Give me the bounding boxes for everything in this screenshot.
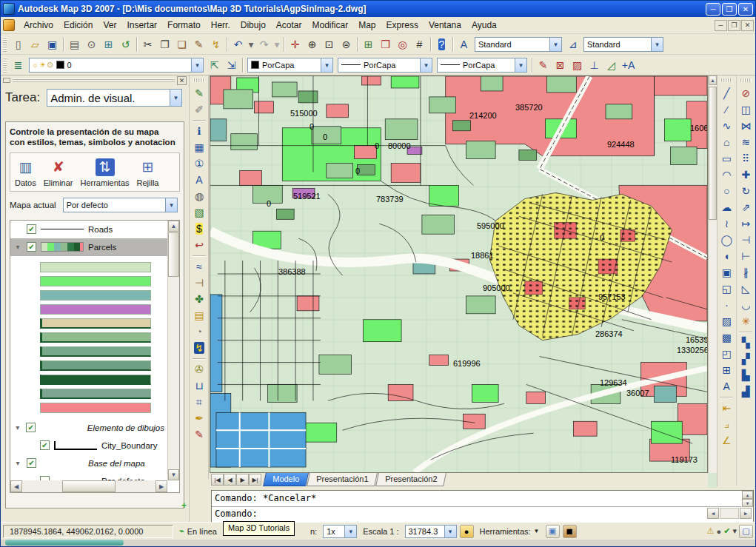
annotation-warning-icon[interactable]: ⚠	[707, 526, 715, 536]
pane-drag-rail[interactable]	[13, 78, 175, 83]
undo-options-arrow[interactable]: ▾	[247, 36, 255, 53]
menu-item[interactable]: Ventana	[424, 18, 466, 33]
ellipse-arc-icon[interactable]: ◖	[718, 248, 735, 264]
escala-combo[interactable]: 31784.3	[405, 525, 457, 538]
clean-screen-icon[interactable]: ▢	[739, 525, 753, 538]
publish-icon[interactable]: ⊞	[100, 36, 117, 53]
combo-arrow-icon[interactable]	[651, 38, 663, 51]
lineweight-combo[interactable]: PorCapa	[437, 58, 527, 73]
scroll-left-icon[interactable]: ◀	[10, 480, 22, 492]
draworder-below-icon[interactable]: ▟	[737, 383, 754, 400]
arc-icon[interactable]: ◠	[718, 167, 735, 183]
annotation-text-icon[interactable]: +A	[620, 56, 637, 73]
match-properties-icon[interactable]: ✎	[190, 36, 207, 53]
lightning-icon[interactable]: ↯	[191, 340, 207, 356]
menu-item[interactable]: Acotar	[271, 18, 307, 33]
combo-arrow-icon[interactable]	[515, 58, 526, 72]
legend-layer-row[interactable]: ▾ Base del mapa	[10, 454, 167, 472]
map-vertical-scrollbar[interactable]: ▲	[708, 75, 717, 473]
paste-icon[interactable]: ❏	[173, 36, 190, 53]
legend-swatch[interactable]	[40, 276, 151, 286]
trim-icon[interactable]: ⊣	[737, 232, 754, 248]
stretch-icon[interactable]: ↦	[737, 215, 754, 232]
zoom-window-icon[interactable]: ⊡	[321, 36, 338, 53]
menu-item[interactable]: Formato	[162, 18, 206, 33]
layer-lock-icon[interactable]: ⊙	[47, 61, 53, 69]
title-bar[interactable]: Autodesk Map 3D 2007 - [D:\Mis documento…	[1, 1, 755, 17]
fillet-icon[interactable]: ◡	[737, 297, 754, 313]
combo-arrow-icon[interactable]	[420, 58, 432, 72]
polyline-icon[interactable]: ∿	[718, 118, 735, 134]
close-button[interactable]: ✕	[738, 3, 753, 16]
mirror-icon[interactable]: ⋈	[737, 118, 754, 134]
legend-swatch[interactable]	[40, 262, 151, 272]
open-folder-icon[interactable]: ▱	[27, 36, 44, 53]
layout-tab[interactable]: Modelo	[263, 473, 309, 486]
line-icon[interactable]: ╱	[718, 85, 735, 101]
tab-next-button[interactable]: ▶	[236, 474, 249, 486]
hatch-icon[interactable]: ▨	[718, 313, 735, 329]
polygon-icon[interactable]: ⌂	[718, 134, 735, 150]
dim-angle-icon[interactable]: ∠	[718, 432, 735, 449]
scroll-up-icon[interactable]: ▲	[742, 491, 753, 499]
layer-combo[interactable]: ☼☀⊙ 0	[29, 58, 204, 73]
plot-preview-icon[interactable]: ⊙	[83, 36, 100, 53]
dim-style-combo[interactable]: Standard	[583, 37, 663, 52]
combo-arrow-icon[interactable]	[549, 38, 561, 51]
draworder-back-icon[interactable]: ▞	[737, 351, 754, 367]
feather-pen-icon[interactable]: ✒	[191, 410, 207, 426]
datos-button[interactable]: ▥ + Datos	[13, 158, 38, 188]
menu-item[interactable]: Insertar	[121, 18, 162, 33]
legend-layer-row[interactable]: ▾ Por defecto	[10, 472, 167, 480]
menu-item[interactable]: Ver	[98, 18, 121, 33]
command-history[interactable]: Comando: *Cancelar*	[212, 491, 741, 507]
minimize-button[interactable]: ─	[715, 20, 727, 31]
dollar-theme-icon[interactable]: $	[191, 221, 207, 237]
layer-visibility-checkbox[interactable]	[26, 423, 35, 432]
tab-first-button[interactable]: |◀	[211, 474, 224, 486]
toolbar-grip[interactable]	[3, 58, 7, 73]
array-icon[interactable]: ⠿	[737, 150, 754, 167]
copy-icon[interactable]: ❐	[156, 36, 173, 53]
undo-red-icon[interactable]: ↩	[191, 237, 207, 253]
erase-icon[interactable]: ⊘	[737, 85, 754, 101]
copy-object-icon[interactable]: ◫	[737, 101, 754, 118]
toolbar-grip[interactable]	[720, 78, 732, 82]
pan-icon[interactable]: ✛	[287, 36, 304, 53]
legend-horizontal-scrollbar[interactable]: ◀ ▶	[10, 480, 167, 492]
drawing-cleanup-icon[interactable]: ⊠	[552, 56, 569, 73]
zoom-realtime-icon[interactable]: ⊕	[304, 36, 321, 53]
combo-arrow-icon[interactable]	[321, 58, 332, 72]
rubber-sheet-icon[interactable]: ◿	[603, 56, 620, 73]
expand-arrow-icon[interactable]: ▾	[13, 459, 22, 467]
etransmit-icon[interactable]: ↺	[117, 36, 134, 53]
digitize-pencil-icon[interactable]: ✎	[535, 56, 552, 73]
table-icon[interactable]: ⊞	[718, 362, 735, 378]
scroll-right-icon[interactable]: ▶	[740, 508, 752, 519]
layer-visibility-checkbox[interactable]	[40, 440, 50, 450]
combo-arrow-icon[interactable]	[444, 526, 456, 537]
drawing-canvas[interactable]: 5150000008000021420038572092444816066005…	[210, 75, 708, 473]
cut-icon[interactable]: ✂	[139, 36, 156, 53]
make-object-layer-current-icon[interactable]: ⇱	[206, 56, 223, 73]
command-scrollbar[interactable]: ▲ ▼	[742, 491, 753, 507]
draworder-above-icon[interactable]: ▙	[737, 367, 754, 383]
clamp-tool-icon[interactable]: ⊔	[191, 377, 207, 394]
coordinates-readout[interactable]: 1878945.1864, 449062.0162, 0.0000	[3, 525, 173, 538]
break-icon[interactable]: ∦	[737, 264, 754, 281]
legend-swatch[interactable]	[40, 290, 151, 301]
text-style-combo[interactable]: Standard	[475, 37, 562, 52]
mapa-actual-combo[interactable]: Por defecto	[63, 198, 178, 212]
legend-swatch[interactable]	[40, 332, 151, 343]
menu-item[interactable]: Express	[381, 18, 424, 33]
online-plug-icon[interactable]: ⌁	[179, 526, 184, 536]
eliminar-button[interactable]: ✘ Eliminar	[42, 158, 75, 188]
viewport-button[interactable]: ▣	[546, 525, 560, 538]
minimize-button[interactable]: ─	[706, 3, 720, 16]
legend-swatch[interactable]	[40, 304, 151, 315]
revcloud-icon[interactable]: ☁	[718, 199, 735, 215]
pane-close-icon[interactable]: ✕	[177, 76, 187, 85]
layer-visibility-checkbox[interactable]	[27, 458, 36, 468]
dim-linear-icon[interactable]: ⟓	[718, 416, 735, 432]
redo-icon[interactable]: ↷	[255, 36, 272, 53]
